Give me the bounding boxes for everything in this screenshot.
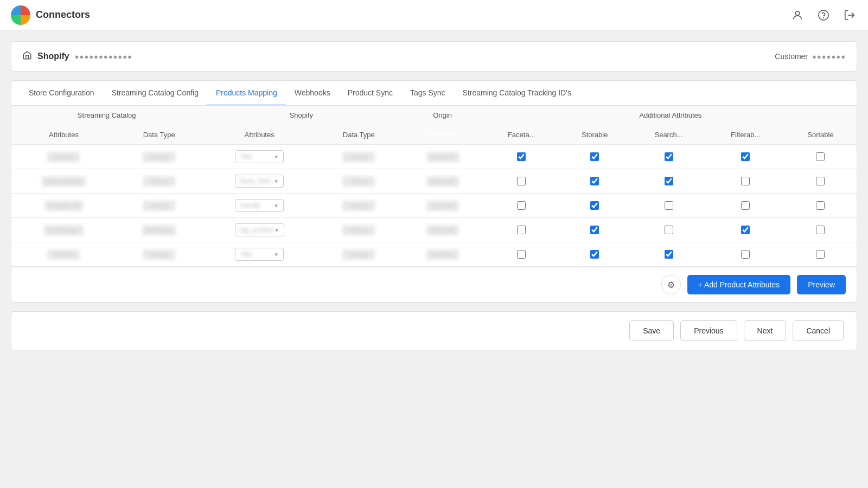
facetable-cell[interactable]: [484, 218, 559, 242]
filterable-cell[interactable]: [706, 194, 784, 218]
save-button[interactable]: Save: [629, 320, 674, 341]
storable-checkbox[interactable]: [590, 226, 599, 234]
storable-checkbox[interactable]: [590, 177, 599, 185]
previous-button[interactable]: Previous: [680, 320, 737, 341]
searchable-cell[interactable]: [631, 169, 707, 194]
searchable-checkbox[interactable]: [665, 226, 673, 234]
sh-attribute-cell[interactable]: Title▼: [202, 145, 317, 169]
streaming-catalog-group-header: Streaming Catalog: [11, 106, 202, 125]
storable-checkbox[interactable]: [590, 250, 599, 259]
searchable-cell[interactable]: [631, 242, 707, 267]
storable-checkbox[interactable]: [590, 152, 599, 161]
facetable-checkbox[interactable]: [517, 177, 526, 185]
sh-data-type-cell: string: [317, 145, 400, 169]
sortable-cell[interactable]: [784, 218, 857, 242]
searchable-checkbox[interactable]: [665, 152, 673, 161]
tab-products-mapping[interactable]: Products Mapping: [207, 81, 286, 106]
preview-button[interactable]: Preview: [797, 275, 846, 294]
logout-icon[interactable]: [842, 8, 857, 23]
searchable-cell[interactable]: [631, 218, 707, 242]
sortable-checkbox[interactable]: [816, 177, 825, 185]
app-logo: [11, 5, 30, 25]
col-sh-attributes: Attributes: [202, 125, 317, 145]
storable-cell[interactable]: [559, 218, 631, 242]
origin-cell: blurred: [400, 242, 484, 267]
sh-data-type-cell: string: [317, 218, 400, 242]
table-wrapper[interactable]: Streaming Catalog Shopify Origin Additio…: [11, 106, 857, 267]
cancel-button[interactable]: Cancel: [793, 320, 844, 341]
sortable-cell[interactable]: [784, 242, 857, 267]
searchable-checkbox[interactable]: [665, 201, 673, 210]
filterable-cell[interactable]: [706, 242, 784, 267]
tab-streaming-catalog-tracking[interactable]: Streaming Catalog Tracking ID's: [454, 81, 580, 106]
facetable-cell[interactable]: [484, 242, 559, 267]
facetable-checkbox[interactable]: [517, 226, 526, 234]
main-content: Shopify ●●●●●●●●●●●● Customer ●●●●●●● St…: [0, 30, 868, 361]
sh-attribute-cell[interactable]: Handle▼: [202, 194, 317, 218]
col-storable: Storable: [559, 125, 631, 145]
sh-attribute-cell[interactable]: Title▼: [202, 242, 317, 267]
help-icon[interactable]: [816, 8, 831, 23]
sc-data-type-cell: string: [116, 194, 202, 218]
gear-button[interactable]: ⚙: [661, 275, 681, 294]
storable-cell[interactable]: [559, 169, 631, 194]
sortable-checkbox[interactable]: [816, 226, 825, 234]
storable-cell[interactable]: [559, 194, 631, 218]
sortable-cell[interactable]: [784, 145, 857, 169]
searchable-cell[interactable]: [631, 194, 707, 218]
sh-attribute-cell[interactable]: Body_html▼: [202, 169, 317, 194]
sortable-checkbox[interactable]: [816, 201, 825, 210]
customer-value: ●●●●●●●: [812, 53, 846, 61]
sc-attribute-cell: Description: [11, 169, 116, 194]
svg-point-1: [819, 10, 828, 20]
shopify-bar-right: Customer ●●●●●●●: [775, 52, 846, 61]
storable-cell[interactable]: [559, 242, 631, 267]
table-row: Image urlstringHandle▼stringblurred: [11, 194, 857, 218]
facetable-checkbox[interactable]: [517, 250, 526, 259]
sortable-checkbox[interactable]: [816, 152, 825, 161]
storable-cell[interactable]: [559, 145, 631, 169]
person-icon[interactable]: [790, 8, 805, 23]
origin-group-header: Origin: [400, 106, 484, 125]
col-searchable: Search...: [631, 125, 707, 145]
facetable-checkbox[interactable]: [517, 201, 526, 210]
filterable-cell[interactable]: [706, 218, 784, 242]
facetable-cell[interactable]: [484, 169, 559, 194]
sh-data-type-cell: string: [317, 169, 400, 194]
tab-product-sync[interactable]: Product Sync: [339, 81, 401, 106]
col-sh-data-type: Data Type: [317, 125, 400, 145]
sh-attribute-cell[interactable]: tag_product▼: [202, 218, 317, 242]
tabs-card: Store Configuration Streaming Catalog Co…: [11, 80, 857, 303]
filterable-cell[interactable]: [706, 169, 784, 194]
tab-webhooks[interactable]: Webhooks: [286, 81, 339, 106]
table-row: IpwImagebooleantag_product▼stringblurred: [11, 218, 857, 242]
filterable-checkbox[interactable]: [741, 177, 750, 185]
sortable-cell[interactable]: [784, 194, 857, 218]
filterable-cell[interactable]: [706, 145, 784, 169]
action-bar: ⚙ + Add Product Attributes Preview: [11, 267, 857, 302]
tab-streaming-catalog-config[interactable]: Streaming Catalog Config: [103, 81, 207, 106]
col-sc-data-type: Data Type: [116, 125, 202, 145]
shopify-group-header: Shopify: [202, 106, 400, 125]
add-product-attributes-button[interactable]: + Add Product Attributes: [687, 275, 791, 294]
filterable-checkbox[interactable]: [741, 152, 750, 161]
searchable-cell[interactable]: [631, 145, 707, 169]
storable-checkbox[interactable]: [590, 201, 599, 210]
sortable-checkbox[interactable]: [816, 250, 825, 259]
tab-store-configuration[interactable]: Store Configuration: [20, 81, 103, 106]
searchable-checkbox[interactable]: [665, 250, 673, 259]
facetable-checkbox[interactable]: [517, 152, 526, 161]
col-filterable: Filterab...: [706, 125, 784, 145]
facetable-cell[interactable]: [484, 145, 559, 169]
additional-attributes-group-header: Additional Attributes: [484, 106, 857, 125]
next-button[interactable]: Next: [744, 320, 787, 341]
facetable-cell[interactable]: [484, 194, 559, 218]
sc-attribute-cell: Name: [11, 242, 116, 267]
sortable-cell[interactable]: [784, 169, 857, 194]
searchable-checkbox[interactable]: [665, 177, 673, 185]
filterable-checkbox[interactable]: [741, 250, 750, 259]
tab-tags-sync[interactable]: Tags Sync: [401, 81, 454, 106]
filterable-checkbox[interactable]: [741, 226, 750, 234]
filterable-checkbox[interactable]: [741, 201, 750, 210]
sc-attribute-cell: Brand: [11, 145, 116, 169]
